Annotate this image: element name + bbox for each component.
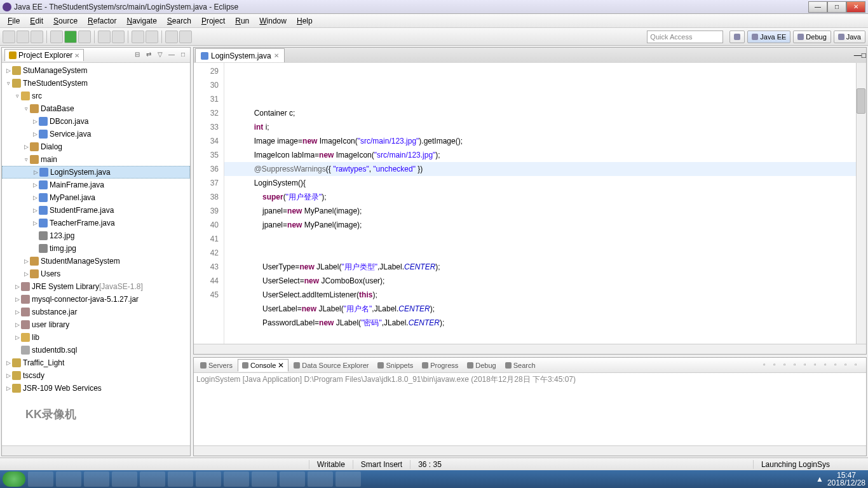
tree-item[interactable]: ▷Dialog <box>2 140 190 153</box>
menu-navigate[interactable]: Navigate <box>121 17 161 25</box>
tree-item[interactable]: 123.jpg <box>2 229 190 242</box>
tree-item[interactable]: ▿src <box>2 90 190 102</box>
minimize-icon[interactable]: ▫ <box>844 361 853 370</box>
minimize-icon[interactable]: — <box>854 51 862 60</box>
new-class-button[interactable] <box>112 30 125 43</box>
tree-item[interactable]: ▷StuManageSystem <box>2 64 190 77</box>
tree-item[interactable]: ▷JSR-109 Web Services <box>2 382 190 395</box>
open-console-button[interactable]: ▫ <box>834 361 843 370</box>
tree-item[interactable]: ▷StudentManageSystem <box>2 255 190 268</box>
search-button[interactable] <box>146 30 158 43</box>
tree-item[interactable]: ▷Service.java <box>2 128 190 140</box>
display-console-button[interactable]: ▫ <box>824 361 833 370</box>
tree-item[interactable]: ▷Users <box>2 268 190 280</box>
save-button[interactable] <box>17 30 29 43</box>
maximize-icon[interactable]: □ <box>179 51 187 60</box>
forward-button[interactable] <box>179 30 192 43</box>
remove-all-button[interactable]: ▫ <box>783 361 792 370</box>
clear-console-button[interactable]: ▫ <box>794 361 803 370</box>
vertical-scrollbar[interactable] <box>856 63 866 344</box>
tree-item[interactable]: ▷JRE System Library [JavaSE-1.8] <box>2 280 190 293</box>
taskbar-app[interactable] <box>56 471 81 487</box>
editor-tab-loginsystem[interactable]: LoginSystem.java ✕ <box>195 48 285 62</box>
tab-progress[interactable]: Progress <box>418 360 462 370</box>
tree-item[interactable]: ▷lib <box>2 331 190 344</box>
tree-item[interactable]: ▷MyPanel.java <box>2 191 190 204</box>
tree-item[interactable]: ▷user library <box>2 318 190 331</box>
menu-project[interactable]: Project <box>196 17 230 25</box>
new-button[interactable] <box>3 30 15 43</box>
minimize-icon[interactable]: — <box>167 51 176 60</box>
tree-item[interactable]: studentdb.sql <box>2 344 190 356</box>
taskbar-app[interactable] <box>196 471 221 487</box>
saveall-button[interactable] <box>31 30 43 43</box>
horizontal-scrollbar[interactable] <box>2 445 190 456</box>
tree-item[interactable]: ▿DataBase <box>2 102 190 115</box>
close-icon[interactable]: ✕ <box>74 52 79 59</box>
close-icon[interactable]: ✕ <box>274 52 279 59</box>
menu-help[interactable]: Help <box>292 17 318 25</box>
menu-window[interactable]: Window <box>254 17 292 25</box>
horizontal-scrollbar[interactable] <box>194 344 866 354</box>
open-perspective-button[interactable] <box>729 30 745 43</box>
menu-run[interactable]: Run <box>230 17 254 25</box>
tree-item[interactable]: ▷DBcon.java <box>2 115 190 128</box>
tab-console[interactable]: Console ✕ <box>238 359 288 372</box>
maximize-button[interactable]: □ <box>827 1 846 13</box>
tab-debug[interactable]: Debug <box>463 360 499 370</box>
view-menu-icon[interactable]: ▽ <box>156 51 165 60</box>
system-tray[interactable]: ▲ 15:47 2018/12/28 <box>816 471 865 487</box>
maximize-icon[interactable]: □ <box>862 51 866 60</box>
taskbar-app[interactable] <box>252 471 277 487</box>
perspective-java[interactable]: Java <box>834 30 865 43</box>
taskbar-app[interactable] <box>336 471 361 487</box>
close-button[interactable]: ✕ <box>846 1 865 13</box>
tray-icon[interactable]: ▲ <box>816 475 824 484</box>
start-button[interactable] <box>3 471 25 487</box>
tree-item[interactable]: timg.jpg <box>2 242 190 255</box>
menu-search[interactable]: Search <box>162 17 196 25</box>
menu-file[interactable]: File <box>3 17 25 25</box>
terminate-button[interactable]: ▫ <box>763 361 772 370</box>
taskbar-app[interactable] <box>28 471 53 487</box>
editor-body[interactable]: 2930313233343536373839404142434445 Conta… <box>194 63 866 344</box>
back-button[interactable] <box>165 30 178 43</box>
menu-refactor[interactable]: Refactor <box>83 17 121 25</box>
tree-item[interactable]: ▷StudentFrame.java <box>2 204 190 217</box>
debug-button[interactable] <box>50 30 63 43</box>
tree-item[interactable]: ▷substance.jar <box>2 306 190 318</box>
tree-item[interactable]: ▿TheStudentSystem <box>2 77 190 90</box>
code-area[interactable]: Container c; int i; Image image=new Imag… <box>224 63 856 344</box>
tree-item[interactable]: ▷TeacherFrame.java <box>2 217 190 229</box>
taskbar-app[interactable] <box>112 471 137 487</box>
tree-item[interactable]: ▷MainFrame.java <box>2 179 190 191</box>
tree-item[interactable]: ▷mysql-connector-java-5.1.27.jar <box>2 293 190 306</box>
perspective-debug[interactable]: Debug <box>793 30 831 43</box>
tree-item[interactable]: ▿main <box>2 153 190 166</box>
remove-launch-button[interactable]: ▫ <box>773 361 782 370</box>
taskbar-app[interactable] <box>84 471 109 487</box>
taskbar-app[interactable] <box>280 471 305 487</box>
taskbar-app[interactable] <box>224 471 249 487</box>
minimize-button[interactable]: — <box>808 1 827 13</box>
menu-source[interactable]: Source <box>48 17 83 25</box>
scroll-lock-button[interactable]: ▫ <box>804 361 813 370</box>
horizontal-scrollbar[interactable] <box>194 445 866 456</box>
tab-search[interactable]: Search <box>501 360 539 370</box>
new-package-button[interactable] <box>98 30 111 43</box>
pin-console-button[interactable]: ▫ <box>814 361 823 370</box>
tree-item[interactable]: ▷Traffic_Light <box>2 356 190 369</box>
project-tree[interactable]: ▷StuManageSystem▿TheStudentSystem▿src▿Da… <box>2 63 190 445</box>
run-button[interactable] <box>64 30 77 43</box>
collapse-all-icon[interactable]: ⊟ <box>133 51 142 60</box>
tab-data-source-explorer[interactable]: Data Source Explorer <box>290 360 372 370</box>
perspective-java-ee[interactable]: Java EE <box>747 30 790 43</box>
link-editor-icon[interactable]: ⇄ <box>144 51 153 60</box>
tab-servers[interactable]: Servers <box>196 360 236 370</box>
menu-edit[interactable]: Edit <box>25 17 48 25</box>
project-explorer-tab[interactable]: Project Explorer ✕ <box>4 49 84 61</box>
tree-item[interactable]: ▷tscsdy <box>2 369 190 382</box>
taskbar-app[interactable] <box>140 471 165 487</box>
open-type-button[interactable] <box>132 30 144 43</box>
run-last-button[interactable] <box>78 30 91 43</box>
